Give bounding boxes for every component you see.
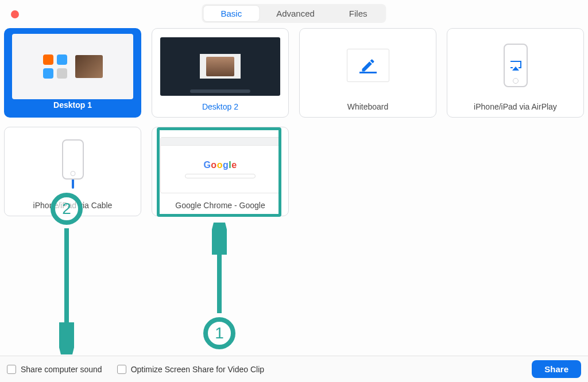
tile-label: iPhone/iPad via AirPlay bbox=[474, 102, 557, 111]
airplay-preview bbox=[447, 29, 583, 102]
airplay-icon bbox=[509, 59, 523, 72]
whiteboard-preview bbox=[300, 29, 436, 102]
annotation-arrow-1 bbox=[212, 223, 227, 314]
tab-advanced[interactable]: Advanced bbox=[259, 6, 332, 21]
tile-label: iPhone/iPad via Cable bbox=[33, 201, 113, 210]
tile-iphone-cable[interactable]: iPhone/iPad via Cable bbox=[4, 127, 141, 216]
desktop-1-preview bbox=[6, 30, 139, 100]
tile-desktop-2[interactable]: Desktop 2 bbox=[152, 28, 289, 118]
tab-files[interactable]: Files bbox=[332, 6, 385, 21]
tile-label: Whiteboard bbox=[347, 102, 389, 111]
bottom-bar: Share computer sound Optimize Screen Sha… bbox=[0, 356, 588, 382]
tile-label: Desktop 2 bbox=[202, 102, 238, 111]
tab-bar: Basic Advanced Files bbox=[202, 4, 386, 23]
google-logo-icon: Google bbox=[203, 160, 237, 170]
checkbox-share-computer-sound[interactable]: Share computer sound bbox=[7, 365, 102, 374]
tab-basic[interactable]: Basic bbox=[203, 6, 259, 21]
checkbox-label: Optimize Screen Share for Video Clip bbox=[131, 365, 264, 374]
chrome-preview: Google bbox=[152, 127, 288, 201]
checkbox-optimize-video[interactable]: Optimize Screen Share for Video Clip bbox=[117, 365, 264, 374]
tile-iphone-airplay[interactable]: iPhone/iPad via AirPlay bbox=[447, 28, 584, 118]
tile-label: Google Chrome - Google bbox=[175, 201, 265, 210]
checkbox-box-icon bbox=[7, 365, 16, 374]
tile-desktop-1[interactable]: Desktop 1 bbox=[4, 28, 141, 118]
tile-google-chrome[interactable]: Google Google Chrome - Google bbox=[152, 127, 289, 216]
cable-preview bbox=[5, 127, 141, 201]
checkbox-box-icon bbox=[117, 365, 126, 374]
checkbox-label: Share computer sound bbox=[21, 365, 102, 374]
tile-label: Desktop 1 bbox=[53, 100, 92, 110]
pencil-icon bbox=[360, 57, 376, 73]
annotation-arrow-2 bbox=[59, 227, 74, 354]
annotation-step-1: 1 bbox=[203, 317, 235, 349]
share-button[interactable]: Share bbox=[532, 360, 581, 378]
share-source-grid: Desktop 1 Desktop 2 Whiteboard bbox=[4, 28, 584, 216]
desktop-2-preview bbox=[152, 29, 288, 102]
window-close-button[interactable] bbox=[11, 10, 19, 18]
tile-whiteboard[interactable]: Whiteboard bbox=[299, 28, 436, 118]
